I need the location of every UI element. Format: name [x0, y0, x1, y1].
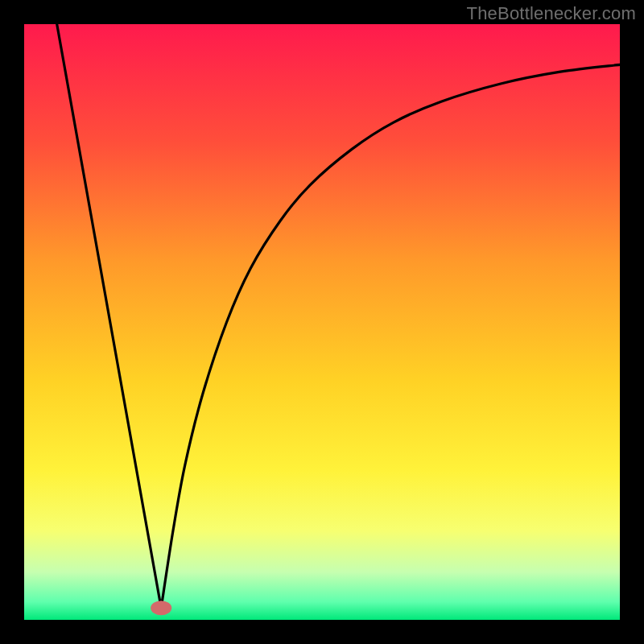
minimum-marker	[151, 601, 171, 615]
plot-area	[24, 24, 620, 620]
attribution-label: TheBottlenecker.com	[467, 3, 636, 24]
bottleneck-chart	[0, 0, 644, 644]
